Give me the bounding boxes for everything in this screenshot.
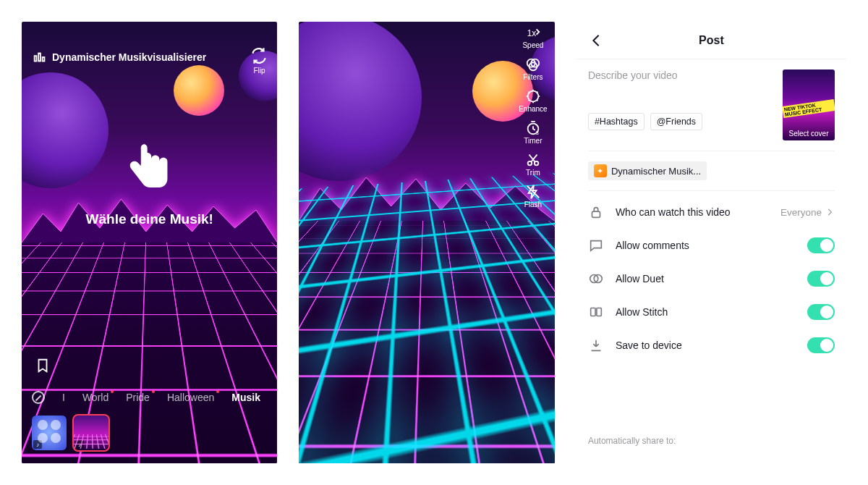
sun-decor	[174, 65, 224, 116]
filters-icon	[525, 56, 541, 72]
chevron-right-icon	[825, 207, 835, 217]
effects-button[interactable]: Effects	[318, 371, 346, 412]
effect-tag-row: ✦ Dynamischer Musik...	[588, 151, 835, 191]
svg-point-7	[528, 91, 539, 102]
enhance-button[interactable]: Enhance	[517, 88, 549, 113]
bookmark-icon[interactable]	[35, 358, 51, 374]
cover-banner-text: NEW TIKTOK MUSIC EFFECT	[783, 99, 835, 118]
effect-name-text: Dynamischer Musikvisualisierer	[52, 51, 206, 63]
hashtags-button[interactable]: #Hashtags	[588, 113, 644, 130]
auto-share-label: Automatically share to:	[588, 436, 676, 446]
caption-input[interactable]: Describe your video	[588, 69, 773, 81]
svg-rect-2	[43, 57, 45, 62]
allow-stitch-label: Allow Stitch	[616, 306, 668, 318]
allow-duet-row: Allow Duet	[588, 262, 835, 295]
record-controls: Effects Upload	[299, 365, 554, 418]
music-badge-icon: ♪	[33, 440, 42, 449]
allow-duet-toggle[interactable]	[807, 271, 835, 287]
svg-rect-1	[38, 54, 41, 62]
save-device-row: Save to device	[588, 329, 835, 362]
timer-icon: 3	[525, 120, 541, 136]
privacy-value: Everyone	[780, 207, 822, 218]
stitch-icon	[588, 304, 604, 320]
post-settings: Who can watch this video Everyone Allow …	[588, 191, 835, 362]
tool-label: Enhance	[519, 105, 547, 113]
svg-text:3: 3	[536, 130, 539, 136]
back-arrow-icon[interactable]	[588, 33, 604, 48]
post-screen: Post Describe your video #Hashtags @Frie…	[576, 22, 846, 463]
lock-icon	[588, 204, 604, 220]
effect-picker-screen: Dynamischer Musikvisualisierer Flip Wähl…	[22, 22, 277, 463]
category-tab[interactable]: Pride	[126, 392, 150, 403]
pick-music-prompt[interactable]: Wähle deine Musik!	[22, 138, 277, 227]
duration-tab[interactable]: 15s	[405, 442, 421, 452]
allow-stitch-toggle[interactable]	[807, 304, 835, 320]
effect-name-label: Dynamischer Musikvisualisierer	[32, 49, 206, 65]
trim-button[interactable]: Trim	[517, 152, 549, 177]
post-header: Post	[576, 22, 846, 59]
allow-comments-row: Allow comments	[588, 229, 835, 262]
category-tab[interactable]: World	[82, 392, 109, 403]
friends-button[interactable]: @Friends	[650, 113, 702, 130]
svg-rect-18	[597, 308, 601, 316]
flip-camera-button[interactable]: Flip	[250, 46, 268, 75]
effect-tag-icon: ✦	[594, 164, 607, 177]
save-device-label: Save to device	[616, 340, 682, 351]
record-button[interactable]	[400, 365, 454, 418]
effect-thumbnails: ♪ ♪	[32, 416, 109, 450]
upload-icon	[514, 378, 529, 394]
upload-button[interactable]: Upload	[507, 371, 536, 412]
allow-duet-label: Allow Duet	[616, 273, 664, 284]
duet-icon	[588, 271, 604, 287]
enhance-icon	[525, 88, 541, 104]
save-device-toggle[interactable]	[807, 337, 835, 353]
no-effect-icon[interactable]	[32, 391, 45, 404]
duration-tab[interactable]: 60s	[368, 442, 383, 452]
pick-music-text: Wähle deine Musik!	[22, 211, 277, 227]
filters-button[interactable]: Filters	[517, 56, 549, 81]
music-badge-icon: ♪	[75, 440, 84, 449]
allow-comments-label: Allow comments	[616, 240, 689, 251]
privacy-label: Who can watch this video	[616, 206, 731, 218]
download-icon	[588, 337, 604, 353]
speed-button[interactable]: 1x Speed	[517, 25, 549, 49]
duration-tabs: 60s 15s Templates	[299, 430, 554, 463]
effect-tag-label: Dynamischer Musik...	[611, 166, 701, 177]
category-tab[interactable]: Musik	[231, 392, 260, 403]
select-cover-button[interactable]: NEW TIKTOK MUSIC EFFECT Select cover	[783, 69, 835, 140]
description-area: Describe your video #Hashtags @Friends N…	[588, 69, 835, 151]
planet-decor	[299, 22, 422, 181]
svg-rect-14	[592, 211, 600, 217]
speed-icon: 1x	[525, 25, 541, 41]
allow-stitch-row: Allow Stitch	[588, 295, 835, 329]
timer-button[interactable]: 3 Timer	[517, 120, 549, 145]
flip-label: Flip	[253, 67, 265, 75]
tool-label: Flash	[524, 201, 542, 208]
svg-rect-0	[35, 56, 37, 61]
tool-label: Timer	[524, 137, 542, 145]
flip-icon	[250, 46, 268, 65]
flash-button[interactable]: Flash	[517, 184, 549, 208]
effects-label: Effects	[320, 403, 344, 412]
effect-thumb[interactable]: ♪	[32, 416, 67, 450]
effect-tag[interactable]: ✦ Dynamischer Musik...	[588, 161, 707, 180]
category-tab[interactable]: Halloween	[167, 392, 214, 403]
post-title: Post	[699, 34, 724, 47]
privacy-row[interactable]: Who can watch this video Everyone	[588, 195, 835, 229]
duration-tab[interactable]: Templates	[443, 442, 485, 452]
effect-category-tabs: I World Pride Halloween Musik	[22, 391, 277, 404]
effect-thumb-selected[interactable]: ♪	[74, 416, 109, 450]
category-tab[interactable]: I	[62, 392, 65, 403]
trim-icon	[525, 152, 541, 168]
svg-rect-17	[591, 308, 595, 316]
visualizer-icon	[32, 49, 48, 65]
tool-label: Trim	[526, 169, 540, 177]
tool-label: Filters	[523, 73, 542, 81]
select-cover-label: Select cover	[788, 130, 828, 138]
allow-comments-toggle[interactable]	[807, 237, 835, 253]
flash-off-icon	[525, 184, 541, 200]
tool-label: Speed	[522, 41, 543, 49]
upload-label: Upload	[509, 403, 534, 412]
record-screen: 1x Speed Filters Enhance 3 Timer Trim	[299, 22, 554, 463]
svg-text:1x: 1x	[527, 28, 537, 38]
